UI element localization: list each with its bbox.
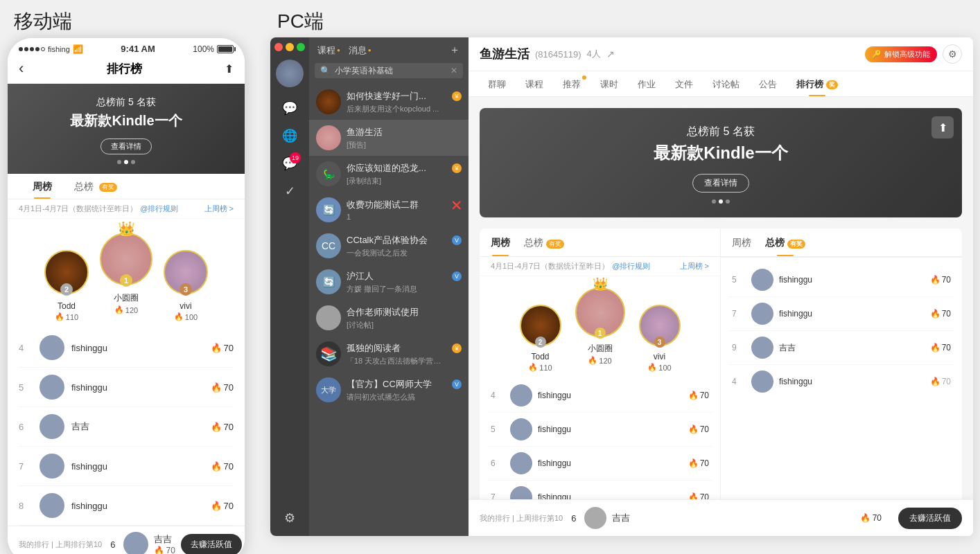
sidebar-user-avatar[interactable] (276, 60, 304, 87)
pc-earn-button[interactable]: 去赚活跃值 (898, 508, 962, 529)
chat-item-3[interactable]: 🦕 你应该知道的恐龙... ¥ [录制结束] (309, 156, 469, 192)
tab-recommend[interactable]: 推荐 (554, 71, 589, 96)
rank-info-bar: 4月1日-4月7日（数据统计至昨日） @排行规则 上周榜 > (8, 199, 245, 219)
battery-icon (217, 45, 234, 53)
pc-right-rank-tabs: 周榜 总榜有奖 (721, 229, 962, 257)
pc-left-rank-info: 4月1日-4月7日（数据统计至昨日） @排行规则 上周榜 > (480, 257, 720, 276)
fire-icon3: 🔥 (174, 312, 184, 321)
rules-link[interactable]: @排行规则 (140, 204, 178, 214)
pc-rank1-name: 小圆圈 (588, 343, 613, 355)
chat-item-2[interactable]: 鱼游生活 [预告] (309, 120, 469, 156)
window-maximize-btn[interactable] (297, 43, 305, 51)
pc-banner-dot-3 (726, 199, 730, 204)
pc-right-av-5 (751, 269, 773, 291)
courses-tab-label: 课程 (317, 44, 335, 57)
add-icon[interactable]: ＋ (449, 43, 460, 57)
chat-name-3: 你应该知道的恐龙... (347, 162, 426, 175)
coin-icon-1: ¥ (452, 91, 462, 101)
chat-preview-4: 1 (347, 213, 462, 221)
left-trophy-badge: 有奖 (546, 240, 564, 249)
chat-avatar-4: 🔄 (316, 197, 341, 222)
pc-prize-detail-button[interactable]: 查看详情 (692, 174, 749, 193)
pc-left-prev-link[interactable]: 上周榜 > (680, 261, 709, 271)
chat-preview-7: [讨论帖] (347, 320, 462, 330)
sidebar-icon-tasks[interactable]: ✓ (277, 179, 302, 204)
pc-banner-dot-1 (712, 199, 716, 204)
tab-weekly[interactable]: 周榜 (21, 174, 63, 199)
tab-discussion[interactable]: 讨论帖 (704, 71, 748, 96)
wifi-icon: 📶 (73, 44, 83, 54)
prize-banner: 总榜前 5 名获 最新款Kindle一个 查看详情 (8, 84, 245, 174)
sidebar-icon-settings[interactable]: ⚙ (277, 506, 302, 530)
prize-detail-button[interactable]: 查看详情 (100, 138, 152, 154)
tab-lessons[interactable]: 课时 (592, 71, 627, 96)
status-bar: fishing 📶 9:41 AM 100% (8, 38, 245, 57)
pc-app-frame: 💬 🌐 💬 19 ✓ ⚙ (270, 37, 973, 536)
chat-item-8[interactable]: 📚 孤独的阅读者 ¥ 「18 天攻占西法德畅学营… (309, 336, 469, 372)
pc-share-button[interactable]: ⬆ (931, 116, 954, 138)
window-close-btn[interactable] (274, 43, 283, 51)
search-clear-icon[interactable]: ✕ (450, 66, 457, 75)
tab-total[interactable]: 总榜 有奖 (63, 174, 128, 199)
earn-active-button[interactable]: 去赚活跃值 (181, 534, 242, 555)
sidebar-icon-explore[interactable]: 🌐 (277, 123, 302, 148)
chat-item-4[interactable]: 🔄 收费功能测试二群 ❌ 1 (309, 192, 469, 228)
chat-item-7[interactable]: 合作老师测试使用 [讨论帖] (309, 300, 469, 336)
pc-left-tab-total[interactable]: 总榜有奖 (524, 237, 564, 256)
tab-courses[interactable]: 课程 (517, 71, 552, 96)
topbar-settings-icon[interactable]: ⚙ (943, 44, 962, 64)
pc-sidebar: 💬 🌐 💬 19 ✓ ⚙ (270, 37, 309, 536)
pc-rank2-score: 🔥110 (528, 363, 552, 372)
sidebar-icon-messages[interactable]: 💬 19 (277, 151, 302, 176)
rank-row-7: 7 fishinggu 🔥70 (19, 447, 234, 486)
pc-right-tab-total[interactable]: 总榜有奖 (765, 237, 805, 256)
rank3-score: 🔥 100 (174, 312, 198, 321)
tab-group-chat[interactable]: 群聊 (480, 71, 514, 96)
chat-search-bar[interactable]: 🔍 ✕ (315, 63, 463, 78)
verified-icon-5: V (452, 235, 462, 245)
pc-right-av-9 (751, 337, 773, 359)
my-rank-meta: 我的排行 | 上周排行第10 (19, 539, 102, 550)
chat-tab-messages[interactable]: 消息 ● (349, 44, 371, 57)
pc-left-rules-link[interactable]: @排行规则 (612, 261, 650, 271)
courses-tab-dot: ● (337, 47, 340, 53)
trophy-badge: 有奖 (99, 183, 117, 192)
prev-week-link[interactable]: 上周榜 > (204, 204, 234, 214)
chat-search-input[interactable] (335, 66, 446, 75)
chat-item-5[interactable]: CC CCtalk产品体验协会 V 一会我测试之后发 (309, 228, 469, 264)
mobile-phone-frame: fishing 📶 9:41 AM 100% ‹ 排行榜 ⬆ 总榜 (7, 37, 245, 554)
pc-right-tab-weekly[interactable]: 周榜 (732, 237, 751, 256)
chat-item-9[interactable]: 大学 【官方】CC网师大学 V 请问初次试播怎么搞 (309, 372, 469, 408)
window-minimize-btn[interactable] (286, 43, 294, 51)
pc-rank3-score: 🔥100 (647, 363, 671, 372)
date-range: 4月1日-4月7日（数据统计至昨日） (19, 204, 137, 214)
tab-files[interactable]: 文件 (667, 71, 701, 96)
banner-dot-2 (124, 160, 128, 164)
tab-announcements[interactable]: 公告 (751, 71, 785, 96)
chat-item-1[interactable]: 如何快速学好一门... ¥ 后来朋友用这个kopcloud ... (309, 84, 469, 120)
share-button[interactable]: ⬆ (225, 62, 234, 75)
tab-homework[interactable]: 作业 (629, 71, 664, 96)
explore-icon: 🌐 (282, 128, 297, 143)
unlock-button[interactable]: 🔑 解锁高级功能 (865, 46, 937, 62)
chat-preview-3: [录制结束] (347, 176, 462, 186)
chat-avatar-8: 📚 (316, 341, 341, 366)
pc-my-score: 🔥70 (860, 513, 882, 523)
rank1-score: 🔥 120 (114, 305, 138, 314)
pc-left-tab-weekly[interactable]: 周榜 (491, 237, 510, 256)
chat-name-5: CCtalk产品体验协会 (347, 234, 428, 247)
back-button[interactable]: ‹ (19, 60, 24, 78)
group-id: (81645119) (535, 49, 581, 60)
sidebar-icon-chat[interactable]: 💬 (277, 96, 302, 120)
chat-avatar-1 (316, 89, 341, 114)
pc-left-row-5: 5 fishinggu 🔥70 (488, 413, 712, 447)
chat-avatar-7 (316, 305, 341, 330)
rank2-name: Todd (58, 301, 76, 311)
chat-tab-courses[interactable]: 课程 ● (317, 44, 340, 57)
banner-dot-3 (131, 160, 135, 164)
tab-leaderboard[interactable]: 排行榜奖 (788, 71, 846, 96)
chat-item-6[interactable]: 🔄 沪江人 V 方媛 撤回了一条消息 (309, 264, 469, 300)
external-link-icon[interactable]: ↗ (606, 48, 615, 60)
chat-items-list: 如何快速学好一门... ¥ 后来朋友用这个kopcloud ... 鱼游生活 (309, 84, 469, 536)
pc-rank-grid: 周榜 总榜有奖 4月1日-4月7日（数据统计至昨日） @排行规则 (480, 229, 962, 536)
